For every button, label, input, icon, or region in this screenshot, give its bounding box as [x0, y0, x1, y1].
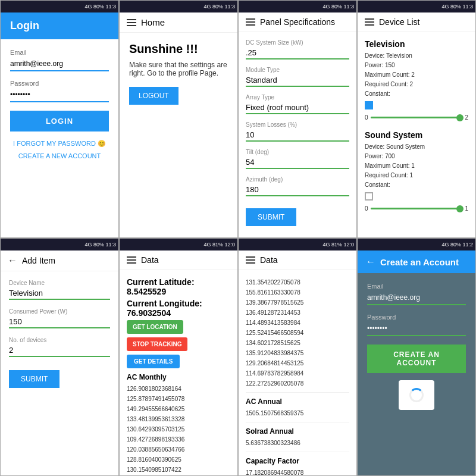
status-bar-1: 4G 80% 11:3 — [1, 1, 118, 12]
create-account-button[interactable]: CREATE AN ACCOUNT — [367, 345, 466, 373]
num-devices-field: No. of devices 2 — [9, 337, 110, 357]
solrad-annual-label: Solrad Annual — [246, 427, 349, 436]
latitude-display: Current Latitude: 8.5425529 — [127, 277, 230, 296]
data2-hamburger[interactable] — [246, 256, 255, 264]
module-type-field: Module Type Standard — [246, 67, 349, 87]
create-account-panel: 4G 80% 11:2 ← Create an Account Email Pa… — [357, 238, 476, 476]
data2-title: Data — [260, 255, 278, 265]
additem-submit-button[interactable]: SUBMIT — [9, 370, 60, 388]
get-location-button[interactable]: GET LOCATION — [127, 320, 183, 334]
status-bar-7: 4G 81% 12:0 — [239, 239, 356, 250]
status-bar-4: 4G 80% 11:3 — [358, 1, 475, 12]
hamburger-menu[interactable] — [127, 19, 136, 26]
create-email-label: Email — [367, 283, 466, 290]
data1-body: Current Latitude: 8.5425529 Current Long… — [120, 270, 237, 475]
create-account-link[interactable]: CREATE A NEW ACCOUNT — [10, 152, 109, 159]
devices-body: Television Device: TelevisionPower: 150M… — [358, 32, 475, 237]
specs-hamburger[interactable] — [246, 18, 255, 26]
data1-hamburger[interactable] — [127, 256, 136, 264]
password-input[interactable] — [10, 88, 109, 102]
divider-3 — [246, 452, 349, 452]
details-button-row: GET DETAILS — [127, 355, 230, 368]
status-bar-3: 4G 80% 11:3 — [239, 1, 356, 12]
additem-title: Add Item — [22, 256, 55, 265]
additem-panel: 4G 80% 11:3 ← Add Item Device Name Telev… — [0, 238, 119, 476]
azimuth-field: Azimuth (deg) 180 — [246, 176, 349, 196]
power-field: Consumed Power (W) 150 — [9, 308, 110, 328]
devices-header: Device List — [358, 12, 475, 32]
forgot-password-link[interactable]: I FORGOT MY PASSWORD 😊 — [10, 140, 109, 148]
divider-1 — [246, 392, 349, 393]
login-title: Login — [10, 20, 39, 32]
status-bar-2: 4G 80% 11:3 — [120, 1, 237, 12]
status-bar-6: 4G 81% 12:0 — [120, 239, 237, 250]
home-description: Make sure that the settings are right. G… — [129, 61, 228, 77]
specs-body: DC System Size (kW) .25 Module Type Stan… — [239, 32, 356, 237]
loading-indicator — [399, 380, 434, 410]
additem-body: Device Name Television Consumed Power (W… — [1, 271, 118, 475]
location-buttons: GET LOCATION STOP TRACKING — [127, 320, 230, 351]
home-header: Home — [120, 12, 237, 33]
home-title: Home — [141, 17, 165, 27]
top-values: 131.3542022705078 155.8161163330078 139.… — [246, 277, 349, 389]
create-password-label: Password — [367, 314, 466, 321]
additem-header: ← Add Item — [1, 250, 118, 271]
system-losses-field: System Losses (%) 10 — [246, 121, 349, 142]
tv-slider-row: 0 2 — [365, 114, 468, 121]
divider-2 — [246, 422, 349, 422]
ac-annual-label: AC Annual — [246, 397, 349, 406]
login-panel: 4G 80% 11:3 Login Email Password LOGIN I… — [0, 0, 119, 238]
status-bar-8: 4G 80% 11:2 — [358, 239, 475, 250]
stop-tracking-button[interactable]: STOP TRACKING — [127, 337, 187, 351]
login-header: Login — [1, 12, 118, 39]
data1-panel: 4G 81% 12:0 Data Current Latitude: 8.542… — [119, 238, 238, 476]
specs-panel: 4G 80% 11:3 Panel Specifications DC Syst… — [238, 0, 357, 238]
email-input[interactable] — [10, 57, 109, 71]
ac-annual-value: 1505.1507568359375 — [246, 408, 349, 418]
device-name-field: Device Name Television — [9, 280, 110, 300]
get-details-button[interactable]: GET DETAILS — [127, 355, 180, 368]
home-body: Sunshine !!! Make sure that the settings… — [120, 33, 237, 237]
device-sound-system: Sound System Device: Sound SystemPower: … — [365, 130, 468, 212]
devices-panel: 4G 80% 11:3 Device List Television Devic… — [357, 0, 476, 238]
data2-body: 131.3542022705078 155.8161163330078 139.… — [239, 270, 356, 475]
create-email-input[interactable] — [367, 291, 466, 305]
logout-button[interactable]: LOGOUT — [129, 87, 178, 105]
data2-header: Data — [239, 250, 356, 270]
ac-monthly-label: AC Monthly — [127, 373, 230, 381]
solrad-annual-value: 5.636738300323486 — [246, 438, 349, 448]
login-body: Email Password LOGIN I FORGOT MY PASSWOR… — [1, 39, 118, 237]
create-account-body: Email Password CREATE AN ACCOUNT — [358, 273, 475, 475]
tv-checkbox[interactable] — [365, 101, 373, 109]
additem-back[interactable]: ← — [8, 255, 17, 266]
devices-title: Device List — [379, 17, 419, 27]
specs-submit-button[interactable]: SUBMIT — [246, 208, 296, 226]
home-panel: 4G 80% 11:3 Home Sunshine !!! Make sure … — [119, 0, 238, 238]
password-label: Password — [10, 80, 109, 87]
capacity-factor-value: 17.182086944580078 — [246, 468, 349, 475]
data1-header: Data — [120, 250, 237, 270]
array-type-field: Array Type Fixed (roof mount) — [246, 94, 349, 114]
email-label: Email — [10, 49, 109, 56]
specs-header: Panel Specifications — [239, 12, 356, 32]
create-password-input[interactable] — [367, 322, 466, 336]
longitude-display: Current Longitude: 76.9032504 — [127, 299, 230, 318]
login-button[interactable]: LOGIN — [10, 111, 109, 131]
password-field-group: Password — [10, 80, 109, 111]
sound-checkbox[interactable] — [365, 192, 373, 201]
devices-hamburger[interactable] — [365, 18, 374, 26]
capacity-factor-label: Capacity Factor — [246, 457, 349, 465]
greeting-text: Sunshine !!! — [129, 42, 228, 56]
create-account-header: ← Create an Account — [358, 250, 475, 273]
create-account-title: Create an Account — [380, 257, 459, 267]
create-back[interactable]: ← — [366, 256, 375, 267]
sound-slider[interactable] — [371, 208, 463, 209]
spinner — [409, 388, 424, 402]
status-bar-5: 4G 80% 11:3 — [1, 239, 118, 250]
specs-title: Panel Specifications — [260, 17, 335, 27]
tilt-field: Tilt (deg) 54 — [246, 149, 349, 169]
ac-monthly-values: 126.9081802368164 125.87897491455078 149… — [127, 384, 230, 475]
sound-slider-row: 0 1 — [365, 205, 468, 212]
dc-system-field: DC System Size (kW) .25 — [246, 39, 349, 60]
tv-slider[interactable] — [371, 117, 463, 118]
